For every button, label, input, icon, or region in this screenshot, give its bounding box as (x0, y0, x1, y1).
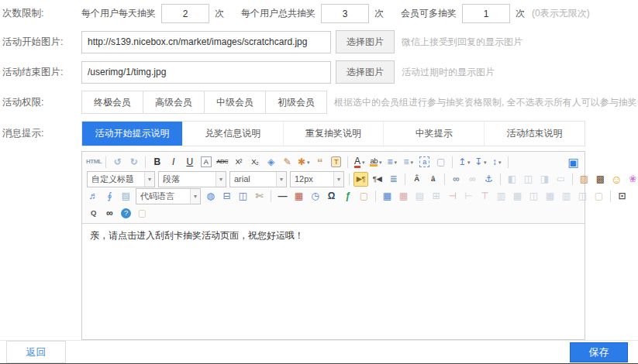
strikethrough-icon[interactable]: ABC (215, 155, 229, 170)
quick-format-icon[interactable]: ▢ (357, 189, 371, 204)
subscript-icon[interactable]: X₂ (247, 155, 262, 170)
format-painter-icon[interactable]: ✎ (280, 155, 295, 170)
redo-icon[interactable]: ↻ (126, 155, 141, 170)
save-button[interactable]: 保存 (570, 342, 628, 362)
rtl-icon[interactable]: ¶◀ (370, 172, 385, 187)
row-end-image: 活动结束图片: 选择图片 活动过期时的显示图片 (0, 60, 638, 84)
link-icon[interactable]: ∞ (449, 172, 464, 187)
source-code-icon[interactable]: HTML (86, 155, 102, 170)
split-cells-icon: ⊤ (478, 189, 492, 204)
insert-code-icon[interactable]: ▤ (119, 189, 133, 204)
scrawl-icon[interactable]: ▩ (593, 172, 608, 187)
superscript-icon[interactable]: X² (231, 155, 246, 170)
editor-content[interactable]: 亲，请点击进入刮刮卡抽奖活动页面，祝您好运哦！ (82, 224, 585, 339)
font-size-select[interactable]: 12px▾ (290, 171, 344, 187)
per-day-input[interactable] (161, 4, 209, 23)
bold-icon[interactable]: B (150, 155, 164, 170)
start-image-choose-button[interactable]: 选择图片 (336, 30, 395, 53)
permission-option-3[interactable]: 中级会员 (204, 91, 266, 114)
end-image-input[interactable] (81, 61, 331, 84)
start-image-input[interactable] (81, 31, 331, 53)
search-replace-icon[interactable]: ∞ (102, 206, 117, 221)
print-icon[interactable]: ⊡ (615, 189, 629, 204)
start-image-hint: 微信上接受到回复的显示图片 (402, 36, 522, 49)
ordered-list-icon[interactable]: ≡▾ (385, 155, 399, 170)
underline-icon[interactable]: U (182, 155, 197, 170)
message-tab-2[interactable]: 兑奖信息说明 (182, 122, 283, 146)
table-style2-icon: ▦ (510, 189, 525, 204)
message-tab-5[interactable]: 活动结束说明 (484, 122, 585, 146)
highlight-color-icon[interactable]: ab▾ (368, 155, 383, 170)
lowercase-icon[interactable]: â (426, 172, 440, 187)
member-extra-label: 会员可多抽奖 (401, 7, 457, 20)
anchor2-icon[interactable]: ⚓ (481, 172, 496, 187)
message-tab-1[interactable]: 活动开始提示说明 (82, 122, 182, 146)
paragraph-spacing-icon[interactable]: ↧▾ (473, 155, 488, 170)
paste-board-icon: ▢ (135, 206, 150, 221)
row-permission: 活动权限: 终极会员高级会员中级会员初级会员 根据选中的会员组进行参与抽奖资格限… (0, 91, 638, 114)
font-color-icon[interactable]: A▾ (352, 155, 367, 170)
table-style5-icon: ▥ (559, 189, 574, 204)
line-height-icon[interactable]: ↕▾ (489, 155, 504, 170)
special-char-icon[interactable]: Ω (324, 189, 339, 204)
code-language-select[interactable]: 代码语言▾ (136, 188, 201, 204)
insert-image-icon[interactable]: ▨ (577, 172, 591, 187)
message-label: 消息提示: (0, 127, 81, 140)
remove-format-icon[interactable]: ◈ (264, 155, 278, 170)
music-icon[interactable]: ♬ (86, 189, 101, 204)
uppercase-icon[interactable]: Â (409, 172, 424, 187)
rich-text-editor: HTML↺↻BIUAABCX²X₂◈✎✱▾“TA▾ab▾≡▾≡▾a▢↥▾↧▾↕▾… (81, 151, 585, 340)
custom-title-select[interactable]: 自定义标题▾ (87, 171, 155, 187)
undo-icon[interactable]: ↺ (110, 155, 125, 170)
blockquote-icon[interactable]: “ (312, 155, 327, 170)
time-icon[interactable]: ◷ (308, 189, 322, 204)
image-center-icon: ◫ (521, 172, 536, 187)
font-border-icon[interactable]: A (198, 155, 213, 170)
insert-col-icon: ⊢ (461, 189, 476, 204)
permission-option-4[interactable]: 初级会员 (265, 91, 327, 114)
italic-icon[interactable]: I (166, 155, 181, 170)
background-icon[interactable]: ❀ (626, 172, 638, 187)
autotypeset-icon[interactable]: ✱▾ (296, 155, 311, 170)
member-extra-input[interactable] (462, 4, 510, 23)
total-label: 每个用户总共抽奖 (241, 7, 316, 20)
insert-table-icon[interactable]: ▦ (380, 189, 395, 204)
paste-text-icon[interactable]: T (329, 155, 343, 170)
toolbar-row-2: 自定义标题▾段落▾arial▾12px▾▶¶¶◀≣Ââ∞∞⚓◧◫◨▭▨▩☺❀▤ (83, 170, 584, 187)
unordered-list-icon[interactable]: ≡▾ (401, 155, 416, 170)
map-icon[interactable]: ◍ (203, 189, 218, 204)
anchor-icon[interactable]: a (417, 155, 432, 170)
indent-icon[interactable]: ↥▾ (457, 155, 471, 170)
ltr-icon[interactable]: ▶¶ (353, 172, 368, 187)
permission-label: 活动权限: (0, 96, 81, 109)
help-icon[interactable]: ? (119, 206, 133, 221)
permission-option-1[interactable]: 终极会员 (81, 91, 143, 114)
end-image-label: 活动结束图片: (0, 66, 81, 79)
end-image-choose-button[interactable]: 选择图片 (336, 60, 395, 84)
row-start-image: 活动开始图片: 选择图片 微信上接受到回复的显示图片 (0, 30, 638, 53)
paragraph-select[interactable]: 段落▾ (158, 171, 226, 187)
pagebreak-icon[interactable]: ⊟ (219, 189, 234, 204)
total-input[interactable] (321, 4, 369, 23)
emoji-icon[interactable]: ☺ (609, 172, 624, 187)
back-button[interactable]: 返回 (6, 341, 66, 363)
message-tab-3[interactable]: 重复抽奖说明 (283, 122, 384, 146)
formula-icon[interactable]: ƒ (340, 189, 355, 204)
member-extra-unit: 次 (516, 7, 525, 20)
font-family-select[interactable]: arial▾ (229, 171, 287, 187)
indent-first-icon[interactable]: ≣ (386, 172, 401, 187)
template-icon[interactable]: ◫ (236, 189, 250, 204)
fullscreen-icon[interactable]: ▣ (566, 155, 581, 170)
date-icon[interactable]: ▦ (291, 189, 306, 204)
horizontal-rule-icon[interactable]: — (275, 189, 290, 204)
toolbar-row-1: HTML↺↻BIUAABCX²X₂◈✎✱▾“TA▾ab▾≡▾≡▾a▢↥▾↧▾↕▾… (83, 153, 584, 170)
message-tab-4[interactable]: 中奖提示 (383, 122, 484, 146)
preview-icon[interactable]: Q (86, 206, 101, 221)
screenshot-icon[interactable]: ✄ (252, 189, 267, 204)
toolbar-separator (349, 173, 350, 185)
editor-toolbar: HTML↺↻BIUAABCX²X₂◈✎✱▾“TA▾ab▾≡▾≡▾a▢↥▾↧▾↕▾… (82, 152, 585, 224)
member-extra-group: 会员可多抽奖 次 (401, 4, 525, 23)
permission-option-2[interactable]: 高级会员 (143, 91, 205, 114)
attachment-icon[interactable]: ∮ (102, 189, 117, 204)
blank-page-icon[interactable]: ▢ (433, 155, 448, 170)
